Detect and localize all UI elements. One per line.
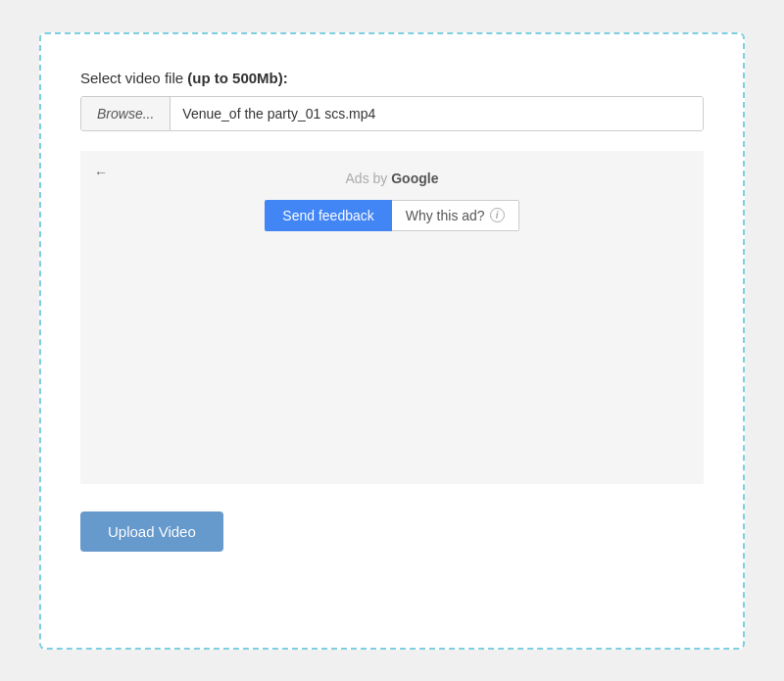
back-arrow-icon[interactable]: ← <box>94 165 108 180</box>
ads-by-google-label: Ads by Google <box>346 170 439 186</box>
upload-video-button[interactable]: Upload Video <box>80 511 223 552</box>
why-this-ad-button[interactable]: Why this ad? i <box>392 200 519 231</box>
label-limit: (up to 500Mb): <box>187 70 288 86</box>
why-this-ad-text: Why this ad? <box>406 208 485 223</box>
file-name-display: Venue_of the party_01 scs.mp4 <box>171 97 703 130</box>
ad-area: ← Ads by Google Send feedback Why this a… <box>80 151 704 484</box>
file-input-row: Browse... Venue_of the party_01 scs.mp4 <box>80 96 704 131</box>
browse-button[interactable]: Browse... <box>81 97 171 130</box>
google-text: Google <box>391 170 438 186</box>
file-name-text: Venue_of the party_01 scs.mp4 <box>182 106 375 122</box>
send-feedback-button[interactable]: Send feedback <box>265 200 391 231</box>
upload-section: Upload Video <box>80 511 704 552</box>
label-text: Select video file <box>80 70 187 86</box>
ad-buttons-row: Send feedback Why this ad? i <box>265 200 518 231</box>
file-select-label: Select video file (up to 500Mb): <box>80 70 704 86</box>
ads-text: Ads by <box>346 170 392 186</box>
main-container: Select video file (up to 500Mb): Browse.… <box>39 32 745 650</box>
file-select-section: Select video file (up to 500Mb): Browse.… <box>80 70 704 131</box>
info-icon: i <box>490 208 505 222</box>
